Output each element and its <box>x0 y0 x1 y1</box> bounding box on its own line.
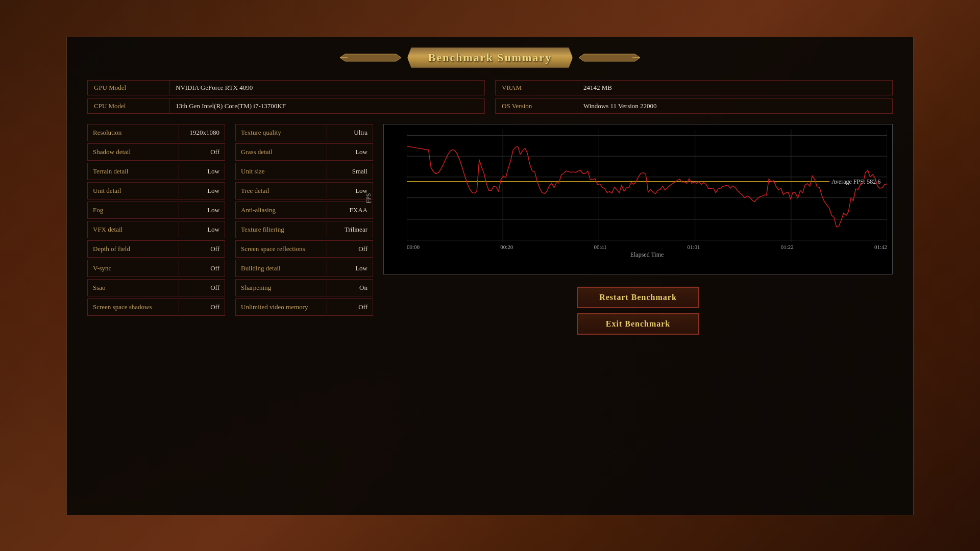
right-wing-decoration <box>579 53 640 62</box>
setting-label: Tree detail <box>236 184 327 198</box>
x-axis-labels: 00:00 00:20 00:41 01:01 01:22 01:42 <box>407 244 887 250</box>
cpu-label: CPU Model <box>88 99 169 113</box>
setting-value: Off <box>179 300 225 314</box>
benchmark-panel: Benchmark Summary GPU Model NVIDIA GeFor… <box>66 37 914 515</box>
setting-value: Low <box>179 184 225 198</box>
setting-row: Terrain detailLow <box>87 163 225 180</box>
setting-label: VFX detail <box>88 222 179 237</box>
setting-row: Texture filteringTrilinear <box>235 221 373 238</box>
settings-right-column: Texture qualityUltraGrass detailLowUnit … <box>235 124 373 335</box>
setting-label: Resolution <box>88 126 179 140</box>
setting-row: Shadow detailOff <box>87 143 225 161</box>
setting-row: SsaoOff <box>87 279 225 296</box>
setting-label: Unit size <box>236 164 327 179</box>
setting-label: V-sync <box>88 261 179 276</box>
setting-row: Depth of fieldOff <box>87 240 225 258</box>
x-axis-title: Elapsed Time <box>407 251 887 259</box>
setting-label: Grass detail <box>236 145 327 159</box>
setting-value: Trilinear <box>327 222 373 237</box>
setting-label: Unlimited video memory <box>236 300 327 314</box>
gpu-value: NVIDIA GeForce RTX 4090 <box>169 81 484 95</box>
title-bar: Benchmark Summary <box>87 47 893 68</box>
settings-area: Resolution1920x1080Shadow detailOffTerra… <box>87 124 373 335</box>
setting-row: SharpeningOn <box>235 279 373 296</box>
x-label-3: 01:01 <box>688 244 700 250</box>
fps-chart-canvas <box>407 130 887 242</box>
setting-label: Screen space reflections <box>236 242 327 256</box>
settings-left-column: Resolution1920x1080Shadow detailOffTerra… <box>87 124 225 335</box>
setting-value: Off <box>179 281 225 295</box>
os-row: OS Version Windows 11 Version 22000 <box>495 98 893 114</box>
setting-label: Terrain detail <box>88 164 179 179</box>
setting-label: Building detail <box>236 261 327 276</box>
setting-value: Off <box>179 145 225 159</box>
setting-label: Anti-aliasing <box>236 203 327 217</box>
x-label-1: 00:20 <box>500 244 513 250</box>
setting-label: Sharpening <box>236 281 327 295</box>
setting-value: Low <box>179 164 225 179</box>
x-label-2: 00:41 <box>594 244 606 250</box>
gpu-label: GPU Model <box>88 81 169 95</box>
setting-value: Low <box>179 203 225 217</box>
gpu-row: GPU Model NVIDIA GeForce RTX 4090 <box>87 80 485 95</box>
cpu-row: CPU Model 13th Gen Intel(R) Core(TM) i7-… <box>87 98 485 114</box>
setting-row: Screen space reflectionsOff <box>235 240 373 258</box>
os-label: OS Version <box>496 99 577 113</box>
setting-label: Unit detail <box>88 184 179 198</box>
system-info: GPU Model NVIDIA GeForce RTX 4090 CPU Mo… <box>87 80 893 114</box>
setting-label: Depth of field <box>88 242 179 256</box>
setting-value: Off <box>327 242 373 256</box>
setting-row: Texture qualityUltra <box>235 124 373 141</box>
setting-row: Tree detailLow <box>235 182 373 199</box>
setting-row: Unlimited video memoryOff <box>235 298 373 316</box>
setting-value: Ultra <box>327 126 373 140</box>
buttons-area: Restart Benchmark Exit Benchmark <box>383 287 893 335</box>
setting-label: Fog <box>88 203 179 217</box>
x-label-4: 01:22 <box>781 244 794 250</box>
vram-label: VRAM <box>496 81 577 95</box>
setting-row: Grass detailLow <box>235 143 373 161</box>
setting-row: FogLow <box>87 202 225 219</box>
setting-value: Low <box>327 145 373 159</box>
svg-marker-0 <box>340 54 401 61</box>
x-label-0: 00:00 <box>407 244 420 250</box>
setting-row: Resolution1920x1080 <box>87 124 225 141</box>
sysinfo-left: GPU Model NVIDIA GeForce RTX 4090 CPU Mo… <box>87 80 485 114</box>
setting-row: Anti-aliasingFXAA <box>235 202 373 219</box>
setting-value: Off <box>179 261 225 276</box>
setting-label: Ssao <box>88 281 179 295</box>
cpu-value: 13th Gen Intel(R) Core(TM) i7-13700KF <box>169 99 484 113</box>
setting-row: V-syncOff <box>87 260 225 277</box>
setting-value: Off <box>179 242 225 256</box>
left-wing-decoration <box>340 53 401 62</box>
setting-row: Building detailLow <box>235 260 373 277</box>
setting-value: FXAA <box>327 203 373 217</box>
svg-marker-2 <box>579 54 640 61</box>
setting-value: Low <box>179 222 225 237</box>
sysinfo-right: VRAM 24142 MB OS Version Windows 11 Vers… <box>495 80 893 114</box>
setting-label: Shadow detail <box>88 145 179 159</box>
os-value: Windows 11 Version 22000 <box>577 99 892 113</box>
setting-value: Off <box>327 300 373 314</box>
setting-row: Unit sizeSmall <box>235 163 373 180</box>
setting-value: Low <box>327 261 373 276</box>
vram-value: 24142 MB <box>577 81 892 95</box>
page-title: Benchmark Summary <box>407 47 573 68</box>
setting-value: 980x551 <box>179 126 225 140</box>
setting-label: Screen space shadows <box>88 300 179 314</box>
setting-row: Unit detailLow <box>87 182 225 199</box>
setting-row: VFX detailLow <box>87 221 225 238</box>
chart-area: FPS 00:00 00:20 00:41 01:01 01:22 01:42 … <box>383 124 893 335</box>
setting-label: Texture filtering <box>236 222 327 237</box>
vram-row: VRAM 24142 MB <box>495 80 893 95</box>
x-label-5: 01:42 <box>874 244 887 250</box>
restart-benchmark-button[interactable]: Restart Benchmark <box>577 287 699 308</box>
exit-benchmark-button[interactable]: Exit Benchmark <box>577 313 699 335</box>
main-content: Resolution1920x1080Shadow detailOffTerra… <box>87 124 893 335</box>
setting-label: Texture quality <box>236 126 327 140</box>
setting-row: Screen space shadowsOff <box>87 298 225 316</box>
chart-inner <box>407 130 887 242</box>
y-axis-label: FPS <box>365 193 373 203</box>
setting-value: On <box>327 281 373 295</box>
chart-wrapper: FPS 00:00 00:20 00:41 01:01 01:22 01:42 … <box>383 124 893 274</box>
